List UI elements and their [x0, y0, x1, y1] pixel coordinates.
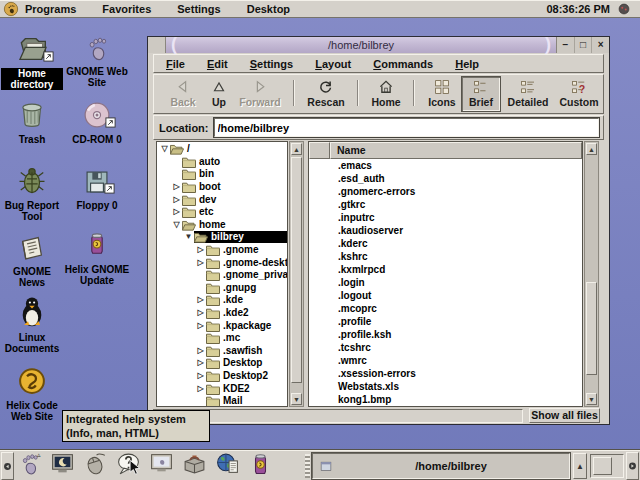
scroll-down-icon[interactable]: ▼: [291, 393, 302, 405]
tree-item-sawfish[interactable]: ▷.sawfish: [157, 345, 287, 358]
file-item-kshrc[interactable]: .kshrc: [309, 250, 582, 263]
file-item-logout[interactable]: .logout: [309, 289, 582, 302]
file-item-xsession-errors[interactable]: .xsession-errors: [309, 367, 582, 380]
tree-scrollbar[interactable]: ▲ ▼: [289, 141, 304, 407]
desktop-icon-linux-documents[interactable]: Linux Documents: [1, 294, 63, 354]
scroll-down-icon[interactable]: ▼: [586, 393, 597, 405]
expander-icon[interactable]: ▷: [195, 294, 206, 306]
window-menu-button[interactable]: [148, 37, 166, 53]
maximize-button[interactable]: □: [575, 37, 593, 53]
desktop-icon-helix-gnome-update[interactable]: Helix GNOME Update: [64, 226, 130, 286]
expander-icon[interactable]: ▷: [195, 345, 206, 357]
menu-help[interactable]: Help: [455, 58, 479, 70]
panel-hide-left-button[interactable]: [1, 452, 14, 480]
file-item-mcoprc[interactable]: .mcoprc: [309, 302, 582, 315]
tree-item-gnupg[interactable]: .gnupg: [157, 282, 287, 295]
expander-icon[interactable]: ▷: [171, 194, 182, 206]
toolbar-button-custom[interactable]: ? Custom: [556, 77, 602, 111]
tree-item-desktop[interactable]: ▷Desktop: [157, 357, 287, 370]
expander-icon[interactable]: ▼: [183, 231, 194, 243]
tree-item-gnome-desktop[interactable]: ▷.gnome-desktop: [157, 256, 287, 269]
launcher-lock-screen[interactable]: [50, 453, 75, 478]
desktop-icon-cd-rom-0[interactable]: CD-ROM 0: [64, 100, 130, 145]
file-item-esd-auth[interactable]: .esd_auth: [309, 172, 582, 185]
show-all-files-button[interactable]: Show all files: [529, 408, 600, 423]
desktop-icon-floppy-0[interactable]: Floppy 0: [64, 168, 130, 211]
file-list[interactable]: Name .emacs.esd_auth.gnomerc-errors.gtkr…: [308, 141, 583, 407]
file-item-inputrc[interactable]: .inputrc: [309, 211, 582, 224]
toolbar-button-icons[interactable]: Icons: [422, 77, 462, 111]
panel-hide-right-button[interactable]: [626, 452, 639, 480]
tree-item-auto[interactable]: auto: [157, 156, 287, 169]
expander-icon[interactable]: ▷: [171, 206, 182, 218]
file-item-gnomerc-errors[interactable]: .gnomerc-errors: [309, 185, 582, 198]
expander-icon[interactable]: ▷: [195, 357, 206, 369]
expander-icon[interactable]: ▷: [195, 257, 206, 269]
expander-icon[interactable]: ▷: [195, 320, 206, 332]
launcher-helix-updater[interactable]: [248, 453, 273, 478]
expander-icon[interactable]: ▷: [195, 370, 206, 382]
toolbar-button-back[interactable]: Back: [162, 77, 204, 111]
list-scrollbar-thumb[interactable]: [586, 282, 597, 375]
tree-item-desktop2[interactable]: ▷Desktop2: [157, 370, 287, 383]
expander-icon[interactable]: ▷: [195, 244, 206, 256]
desktop-icon-bug-report-tool[interactable]: Bug Report Tool: [1, 164, 63, 222]
file-item-kxmlrpcd[interactable]: .kxmlrpcd: [309, 263, 582, 276]
toolbar-button-up[interactable]: Up: [204, 77, 234, 111]
tree-scrollbar-thumb[interactable]: [291, 157, 302, 383]
tree-item-root[interactable]: ▽/: [157, 143, 287, 156]
desktop-icon-gnome-web-site[interactable]: GNOME Web Site: [64, 34, 130, 88]
file-item-kong1-bmp[interactable]: kong1.bmp: [309, 393, 582, 406]
tree-item-mail[interactable]: Mail: [157, 395, 287, 407]
menu-file[interactable]: File: [166, 58, 185, 70]
minimize-button[interactable]: −: [557, 37, 575, 53]
file-item-kderc[interactable]: .kderc: [309, 237, 582, 250]
file-item-profile-ksh[interactable]: .profile.ksh: [309, 328, 582, 341]
menu-settings[interactable]: Settings: [250, 58, 293, 70]
launcher-web-browser[interactable]: [215, 453, 240, 478]
titlebar-strip[interactable]: ( /home/bilbrey ): [166, 37, 556, 53]
close-button[interactable]: ×: [592, 37, 609, 53]
tree-item-boot[interactable]: ▷boot: [157, 181, 287, 194]
toolbar-button-brief[interactable]: Brief: [462, 77, 500, 111]
main-menu-icon[interactable]: [3, 1, 19, 17]
menu-layout[interactable]: Layout: [315, 58, 351, 70]
file-item-kaudioserver[interactable]: .kaudioserver: [309, 224, 582, 237]
file-item-webstats-xls[interactable]: Webstats.xls: [309, 380, 582, 393]
expander-icon[interactable]: ▽: [171, 219, 182, 231]
tree-item-kde2[interactable]: ▷KDE2: [157, 382, 287, 395]
titlebar[interactable]: ( /home/bilbrey ) − □ ×: [148, 37, 609, 53]
file-item-tcshrc[interactable]: .tcshrc: [309, 341, 582, 354]
file-item-profile[interactable]: .profile: [309, 315, 582, 328]
expander-icon[interactable]: ▽: [159, 143, 170, 155]
toolbar-button-home[interactable]: Home: [366, 77, 406, 111]
tree-item-etc[interactable]: ▷etc: [157, 206, 287, 219]
expander-icon[interactable]: ▷: [195, 307, 206, 319]
desktop-icon-home-directory[interactable]: Home directory: [1, 32, 63, 90]
tree-item-bin[interactable]: bin: [157, 168, 287, 181]
header-name-cell[interactable]: Name: [330, 142, 582, 159]
top-menu-favorites[interactable]: Favorites: [102, 3, 151, 15]
top-menu-programs[interactable]: Programs: [25, 3, 76, 15]
launcher-toolbox[interactable]: [182, 453, 207, 478]
tree-item-bilbrey[interactable]: ▼bilbrey: [157, 231, 287, 244]
tasklist-window-button[interactable]: /home/bilbrey: [312, 453, 570, 479]
toolbar-button-rescan[interactable]: Rescan: [302, 77, 350, 111]
tree-item-mc[interactable]: .mc: [157, 332, 287, 345]
toolbar-button-detailed[interactable]: Detailed: [500, 77, 556, 111]
directory-tree[interactable]: ▽/ auto bin ▷boot ▷dev ▷etc ▽home ▼bilbr…: [156, 141, 288, 407]
tree-item-gnome[interactable]: ▷.gnome: [157, 244, 287, 257]
tasklist-grip[interactable]: [305, 454, 310, 478]
scroll-up-icon[interactable]: ▲: [291, 143, 302, 155]
expander-icon[interactable]: ▷: [171, 181, 182, 193]
file-item-emacs[interactable]: .emacs: [309, 159, 582, 172]
tree-item-kde[interactable]: ▷.kde: [157, 294, 287, 307]
top-menu-desktop[interactable]: Desktop: [247, 3, 290, 15]
tree-item-kpackage[interactable]: ▷.kpackage: [157, 319, 287, 332]
top-menu-settings[interactable]: Settings: [177, 3, 220, 15]
file-item-wmrc[interactable]: .wmrc: [309, 354, 582, 367]
list-scrollbar[interactable]: ▲ ▼: [584, 141, 599, 407]
scroll-up-icon[interactable]: ▲: [586, 143, 597, 155]
desk-guide-pager[interactable]: [590, 454, 624, 478]
tasklist-menu-button[interactable]: ▲: [573, 453, 587, 479]
